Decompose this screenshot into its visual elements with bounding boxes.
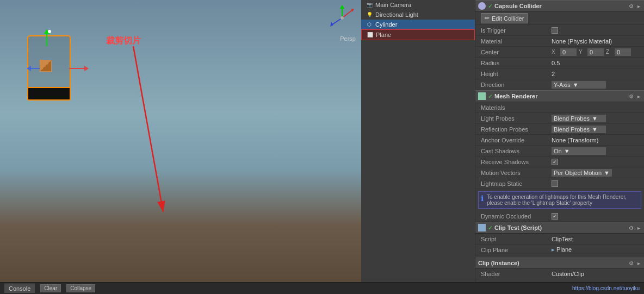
center-label: Center	[481, 49, 552, 55]
hierarchy-item-plane[interactable]: ⬜ Plane	[361, 29, 475, 40]
materials-label: Materials	[481, 104, 552, 111]
edit-collider-btn[interactable]: ✏ Edit Collider	[481, 13, 528, 23]
clip-plane-value: ▸ Plane	[552, 246, 641, 253]
light-probes-dropdown[interactable]: Blend Probes ▼	[552, 115, 606, 122]
material-value: None (Physic Material)	[552, 38, 641, 45]
clip-test-header: ✓ Clip Test (Script) ⚙ ▸	[475, 222, 644, 234]
edit-collider-label: Edit Collider	[492, 15, 524, 22]
cast-shadows-value: On	[554, 148, 562, 154]
material-row: Material None (Physic Material)	[475, 36, 644, 47]
direction-chevron-icon: ▼	[573, 82, 579, 88]
light-probes-value: Blend Probes	[554, 115, 590, 122]
clip-test-title: Clip Test (Script)	[494, 224, 542, 231]
hierarchy-item-camera[interactable]: 📷 Main Camera	[361, 0, 475, 10]
script-icon	[478, 224, 486, 232]
info-icon: ℹ	[481, 194, 484, 203]
light-probes-label: Light Probes	[481, 115, 552, 122]
direction-dropdown[interactable]: Y-Axis ▼	[552, 81, 606, 89]
script-row: Script ClipTest	[475, 234, 644, 245]
clip-instance-header: Clip (Instance) ⚙ ▸	[475, 258, 644, 268]
cast-shadows-dropdown[interactable]: On ▼	[552, 147, 606, 155]
clip-instance-expand-btn[interactable]: ▸	[636, 260, 641, 266]
hierarchy-item-light[interactable]: 💡 Directional Light	[361, 10, 475, 20]
receive-shadows-row: Receive Shadows ✓	[475, 157, 644, 167]
mesh-settings-btn[interactable]: ⚙	[628, 93, 635, 99]
center-y-label: Y	[579, 49, 585, 55]
dynamic-occluded-checkbox[interactable]: ✓	[552, 213, 558, 220]
clear-btn[interactable]: Clear	[40, 284, 61, 292]
mesh-renderer-title: Mesh Renderer	[494, 93, 537, 99]
script-value: ClipTest	[552, 236, 641, 242]
receive-shadows-checkbox[interactable]: ✓	[552, 159, 558, 165]
center-z-val: 0	[615, 48, 631, 56]
viewport-gizmo	[327, 3, 357, 33]
mesh-expand-btn[interactable]: ▸	[636, 93, 641, 99]
capsule-collider-header: ✓ Capsule Collider ⚙ ▸	[475, 0, 644, 12]
height-row: Height 2	[475, 68, 644, 79]
shader-row: Shader Custom/Clip	[475, 268, 644, 279]
cast-shadows-row: Cast Shadows On ▼	[475, 146, 644, 157]
hierarchy-label-plane: Plane	[376, 32, 391, 38]
cast-shadows-chevron-icon: ▼	[564, 148, 570, 154]
receive-shadows-label: Receive Shadows	[481, 159, 552, 165]
radius-value: 0.5	[552, 60, 641, 66]
collider-settings-btn[interactable]: ⚙	[628, 3, 635, 9]
svg-line-2	[342, 10, 352, 18]
reflection-probes-value: Blend Probes	[554, 126, 590, 133]
center-x-label: X	[552, 49, 558, 55]
clip-instance-settings-btn[interactable]: ⚙	[628, 260, 635, 266]
lightmap-static-row: Lightmap Static	[475, 178, 644, 189]
collider-expand-btn[interactable]: ▸	[636, 3, 641, 9]
svg-line-8	[133, 46, 163, 212]
mesh-renderer-check-icon: ✓	[488, 93, 492, 99]
hierarchy-label-cylinder: Cylinder	[375, 21, 397, 28]
anchor-override-row: Anchor Override None (Transform)	[475, 135, 644, 146]
center-y-val: 0	[587, 48, 604, 56]
status-bar: Console Clear Collapse https://blog.csdn…	[0, 282, 644, 294]
capsule-collider-title: Capsule Collider	[494, 3, 542, 9]
cast-shadows-label: Cast Shadows	[481, 148, 552, 154]
motion-vectors-row: Motion Vectors Per Object Motion ▼	[475, 167, 644, 178]
material-label: Material	[481, 38, 552, 45]
camera-icon: 📷	[366, 1, 373, 9]
direction-value: Y-Axis	[554, 82, 571, 88]
mesh-renderer-header: ✓ Mesh Renderer ⚙ ▸	[475, 90, 644, 102]
collider-check-icon: ✓	[488, 3, 492, 9]
collapse-btn[interactable]: Collapse	[66, 284, 95, 292]
reflection-probes-row: Reflection Probes Blend Probes ▼	[475, 124, 644, 135]
anchor-override-label: Anchor Override	[481, 137, 552, 143]
clip-test-settings-btn[interactable]: ⚙	[628, 225, 635, 231]
is-trigger-checkbox[interactable]	[552, 27, 558, 34]
direction-label: Direction	[481, 82, 552, 88]
motion-vectors-value: Per Object Motion	[554, 170, 602, 176]
center-x-val: 0	[560, 48, 577, 56]
console-tab[interactable]: Console	[4, 284, 35, 293]
inspector-panel: ✓ Capsule Collider ⚙ ▸ ✏ Edit Collider I…	[475, 0, 644, 282]
status-link: https://blog.csdn.net/tuoyiku	[572, 285, 640, 291]
clip-plane-icon: ▸	[552, 246, 556, 253]
height-value: 2	[552, 71, 641, 77]
persp-label: Persp	[340, 35, 356, 42]
clip-plane-row: Clip Plane ▸ Plane	[475, 245, 644, 255]
cylinder-icon: ⬡	[366, 21, 373, 28]
center-xyz: X 0 Y 0 Z 0	[552, 48, 631, 56]
height-label: Height	[481, 71, 552, 77]
script-label: Script	[481, 236, 552, 242]
dynamic-occluded-row: Dynamic Occluded ✓	[475, 211, 644, 222]
lightmap-static-checkbox[interactable]	[552, 180, 558, 187]
motion-vectors-dropdown[interactable]: Per Object Motion ▼	[552, 169, 612, 177]
light-probes-chevron-icon: ▼	[592, 115, 598, 122]
clip-instance-title: Clip (Instance)	[478, 260, 519, 266]
anchor-override-value: None (Transform)	[552, 137, 641, 143]
reflection-probes-dropdown[interactable]: Blend Probes ▼	[552, 126, 606, 133]
motion-vectors-label: Motion Vectors	[481, 170, 552, 176]
svg-point-6	[340, 16, 344, 20]
clip-plane-label: Clip Plane	[481, 247, 552, 253]
hierarchy-item-cylinder[interactable]: ⬡ Cylinder	[361, 20, 475, 29]
is-trigger-label: Is Trigger	[481, 27, 552, 34]
clip-test-expand-btn[interactable]: ▸	[636, 225, 641, 231]
radius-label: Radius	[481, 60, 552, 66]
radius-row: Radius 0.5	[475, 58, 644, 68]
motion-vectors-chevron-icon: ▼	[604, 170, 610, 176]
edit-collider-row: ✏ Edit Collider	[475, 12, 644, 25]
